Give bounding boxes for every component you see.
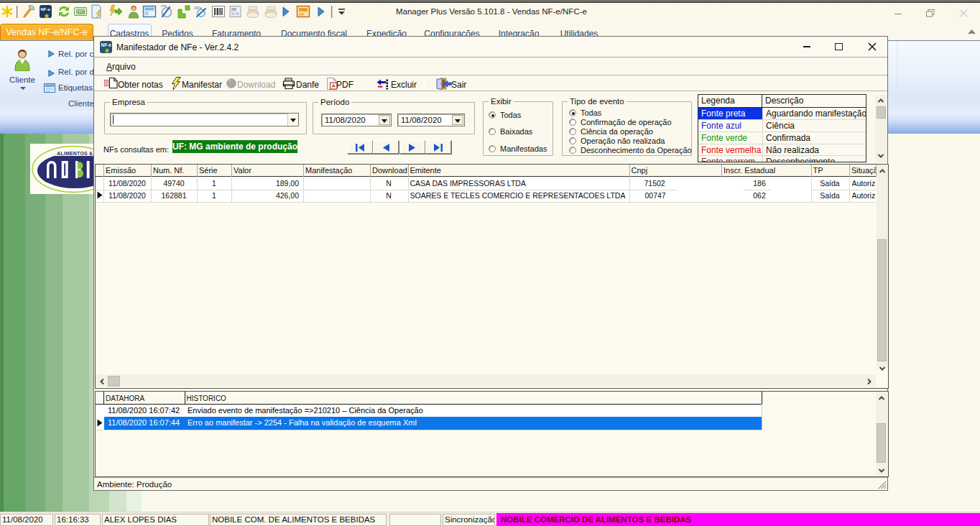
svg-text:NF-e: NF-e (101, 42, 112, 47)
svg-text:NF-e: NF-e (41, 7, 51, 11)
svg-text:CLD: CLD (78, 10, 85, 14)
